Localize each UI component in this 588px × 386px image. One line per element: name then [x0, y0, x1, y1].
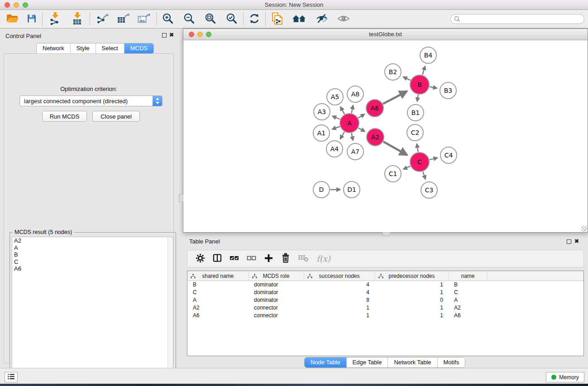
tab-select[interactable]: Select [96, 43, 124, 53]
column-header-shared-name[interactable]: shared name [187, 271, 249, 281]
save-session-button[interactable] [26, 13, 38, 26]
delete-column-button[interactable] [281, 253, 290, 264]
float-panel-icon[interactable] [162, 33, 167, 38]
graph-node-C1[interactable]: C1 [385, 166, 401, 182]
graph-node-A[interactable]: A [340, 114, 359, 133]
mcds-result-item[interactable]: A [12, 244, 173, 252]
refresh-view-button[interactable] [248, 12, 261, 26]
export-network-button[interactable] [95, 12, 110, 27]
tab-edge-table[interactable]: Edge Table [347, 357, 388, 367]
show-columns-button[interactable] [213, 253, 222, 264]
graph-node-B3[interactable]: B3 [440, 82, 456, 99]
column-header-successor-nodes[interactable]: successor nodes [304, 271, 375, 281]
session-title: Session: New Session [0, 0, 588, 10]
graph-node-B[interactable]: B [410, 75, 429, 94]
graph-node-D1[interactable]: D1 [344, 181, 360, 198]
resize-grip-icon[interactable] [581, 226, 587, 232]
graph-edge [403, 166, 410, 169]
float-panel-icon[interactable] [567, 239, 571, 244]
search-box [450, 14, 584, 24]
svg-text:A6: A6 [371, 105, 379, 112]
criterion-dropdown[interactable]: largest connected component (directed) [19, 95, 163, 106]
table-settings-button[interactable] [196, 253, 205, 264]
graph-node-A4[interactable]: A4 [326, 141, 343, 157]
toolbar-separator [265, 12, 266, 26]
control-panel: Control Panel ✖ NetworkStyleSelectMCDS O… [1, 29, 177, 366]
export-image-button[interactable] [136, 12, 152, 27]
svg-text:B3: B3 [444, 87, 453, 94]
scrollbar-track[interactable] [167, 237, 173, 382]
vertical-splitter-grip[interactable] [179, 194, 183, 202]
network-canvas[interactable]: B4B2BB3A5A8A6B1A3AA1C2A2A4A7C4CC1C3DD1 [183, 40, 588, 232]
zoom-fit-button[interactable] [204, 12, 217, 27]
tab-node-table[interactable]: Node Table [305, 357, 347, 367]
table-header-row[interactable]: shared nameMCDS rolesuccessor nodesprede… [187, 271, 583, 281]
table-row[interactable]: A6connector11A6 [187, 311, 583, 319]
tab-network[interactable]: Network [37, 43, 71, 53]
tab-network-table[interactable]: Network Table [388, 357, 437, 367]
graph-node-A8[interactable]: A8 [347, 86, 363, 102]
new-network-from-selection-button[interactable] [270, 11, 284, 27]
column-header-name[interactable]: name [449, 271, 487, 281]
import-table-button[interactable] [70, 11, 85, 27]
task-history-button[interactable] [5, 372, 18, 382]
svg-text:C3: C3 [425, 186, 434, 194]
close-panel-button[interactable]: Close panel [92, 111, 140, 122]
graph-node-A3[interactable]: A3 [314, 104, 330, 120]
column-header-MCDS-role[interactable]: MCDS role [249, 271, 304, 281]
run-mcds-button[interactable]: Run MCDS [42, 111, 87, 122]
svg-text:A1: A1 [317, 129, 325, 137]
svg-text:A3: A3 [318, 108, 326, 115]
close-panel-icon[interactable]: ✖ [169, 32, 174, 38]
graph-node-A2[interactable]: A2 [367, 129, 384, 146]
mcds-result-item[interactable]: B [12, 251, 173, 258]
function-builder-button[interactable]: f(x) [316, 254, 330, 263]
table-toolbar: f(x) [187, 250, 584, 267]
zoom-selected-button[interactable] [225, 12, 239, 27]
graph-node-B2[interactable]: B2 [385, 64, 401, 80]
column-header-predecessor-nodes[interactable]: predecessor nodes [375, 271, 449, 281]
graph-node-A7[interactable]: A7 [347, 143, 363, 160]
graph-node-A1[interactable]: A1 [313, 125, 330, 141]
zoom-out-button[interactable] [182, 12, 196, 27]
select-all-button[interactable] [229, 253, 239, 264]
mcds-result-item[interactable]: A6 [12, 265, 173, 272]
graph-node-A5[interactable]: A5 [327, 89, 343, 105]
zoom-in-button[interactable] [161, 12, 175, 27]
table-row[interactable]: Cdominator41C [187, 289, 583, 296]
tab-mcds[interactable]: MCDS [124, 43, 153, 53]
memory-button[interactable]: Memory [546, 372, 584, 382]
search-input[interactable] [450, 14, 584, 24]
import-network-button[interactable] [47, 11, 62, 27]
graph-edge [352, 105, 354, 113]
deselect-all-button[interactable] [247, 253, 256, 264]
graph-node-C[interactable]: C [410, 152, 429, 172]
tab-motifs[interactable]: Motifs [438, 357, 465, 367]
graph-node-C2[interactable]: C2 [407, 124, 423, 141]
graph-node-C4[interactable]: C4 [440, 147, 457, 163]
show-graphics-details-button[interactable] [336, 13, 351, 25]
hierarchy-icon [307, 273, 312, 280]
svg-text:D1: D1 [347, 186, 356, 193]
hide-graphics-details-button[interactable] [315, 12, 329, 26]
tab-style[interactable]: Style [71, 43, 96, 53]
close-panel-icon[interactable]: ✖ [574, 238, 579, 244]
graph-node-B4[interactable]: B4 [420, 47, 436, 63]
svg-text:C: C [417, 158, 422, 166]
main-toolbar [0, 10, 588, 29]
graph-node-D[interactable]: D [313, 181, 330, 198]
first-neighbors-button[interactable] [291, 12, 307, 26]
table-row[interactable]: Adominator80A [187, 296, 583, 304]
mcds-result-item[interactable]: A2 [12, 237, 173, 244]
graph-node-C3[interactable]: C3 [421, 182, 437, 198]
create-column-button[interactable] [264, 253, 273, 264]
graph-edge [332, 116, 340, 119]
open-file-button[interactable] [5, 13, 19, 26]
mcds-result-item[interactable]: C [12, 258, 173, 266]
table-row[interactable]: A2connector11A2 [187, 304, 583, 311]
delete-table-button[interactable] [298, 253, 309, 264]
export-table-button[interactable] [115, 12, 131, 27]
graph-node-A6[interactable]: A6 [366, 100, 383, 117]
graph-node-B1[interactable]: B1 [407, 105, 424, 121]
table-row[interactable]: Bdominator41B [187, 281, 583, 289]
